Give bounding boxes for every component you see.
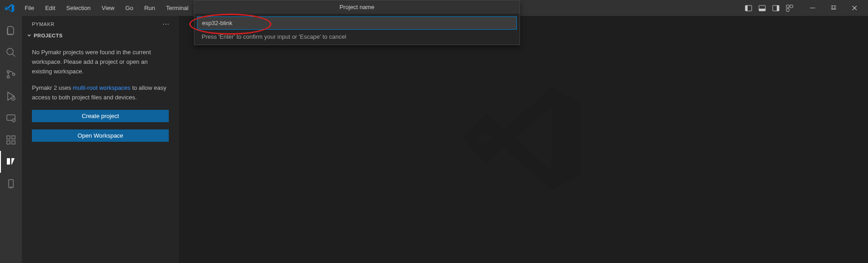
menu-selection[interactable]: Selection [62,3,95,13]
editor-area [179,16,868,263]
sidebar-message-2: Pymakr 2 uses multi-root workspaces to a… [32,83,169,103]
activity-explorer-icon[interactable] [0,20,22,41]
svg-rect-9 [810,8,815,8]
project-name-input[interactable] [197,16,517,30]
svg-line-13 [12,54,15,57]
open-workspace-button[interactable]: Open Workspace [32,129,169,142]
menu-go[interactable]: Go [121,3,138,13]
activity-extensions-icon[interactable] [0,129,22,151]
vscode-watermark-icon [460,75,587,204]
sidebar-content: No Pymakr projects were found in the cur… [22,41,179,156]
activity-pymakr-icon[interactable] [0,151,22,173]
quick-input-palette: Project name Press 'Enter' to confirm yo… [194,0,520,45]
svg-rect-11 [832,5,836,9]
svg-rect-10 [831,5,835,9]
customize-layout-icon[interactable] [783,2,796,15]
create-project-button[interactable]: Create project [32,110,169,122]
sidebar-header: PYMAKR ··· [22,16,179,31]
activity-source-control-icon[interactable] [0,63,22,85]
minimize-button[interactable] [803,2,821,15]
activity-bar [0,16,22,263]
menu-items: File Edit Selection View Go Run Terminal… [20,3,208,13]
svg-rect-23 [12,136,15,139]
section-label: PROJECTS [34,33,62,38]
activity-search-icon[interactable] [0,41,22,63]
sidebar: PYMAKR ··· PROJECTS No Pymakr projects w… [22,16,179,263]
svg-point-16 [13,73,15,76]
quick-input-hint: Press 'Enter' to confirm your input or '… [197,30,517,40]
menu-file[interactable]: File [20,3,39,13]
menu-terminal[interactable]: Terminal [161,3,193,13]
section-header-projects[interactable]: PROJECTS [22,31,179,41]
svg-point-12 [7,48,13,55]
quick-input-body: Press 'Enter' to confirm your input or '… [194,14,520,45]
svg-rect-5 [777,5,779,11]
chevron-down-icon [26,32,32,39]
sidebar-more-icon[interactable]: ··· [163,21,170,27]
svg-point-14 [7,71,10,73]
svg-rect-22 [12,141,15,144]
activity-device-icon[interactable] [0,173,22,195]
quick-input-title: Project name [194,0,520,14]
svg-rect-3 [759,9,765,11]
menu-view[interactable]: View [97,3,119,13]
svg-rect-20 [7,136,10,139]
multi-root-workspaces-link[interactable]: multi-root workspaces [73,84,130,91]
layout-icons [742,2,796,15]
svg-rect-21 [7,141,10,144]
activity-run-debug-icon[interactable] [0,85,22,107]
svg-rect-7 [790,5,793,8]
close-button[interactable] [845,2,863,15]
toggle-secondary-sidebar-icon[interactable] [769,2,782,15]
maximize-button[interactable] [824,2,842,15]
sidebar-title: PYMAKR [32,21,54,27]
msg2-pre: Pymakr 2 uses [32,84,73,91]
sidebar-message-1: No Pymakr projects were found in the cur… [32,48,169,76]
svg-rect-8 [786,9,789,11]
svg-point-15 [7,76,10,78]
svg-rect-1 [745,5,748,11]
menu-edit[interactable]: Edit [41,3,60,13]
menu-run[interactable]: Run [140,3,160,13]
activity-remote-icon[interactable] [0,107,22,129]
toggle-panel-icon[interactable] [756,2,769,15]
svg-rect-6 [786,5,789,8]
toggle-primary-sidebar-icon[interactable] [742,2,755,15]
title-controls [742,2,863,15]
vscode-logo-icon [4,2,16,14]
main-container: PYMAKR ··· PROJECTS No Pymakr projects w… [0,16,868,263]
